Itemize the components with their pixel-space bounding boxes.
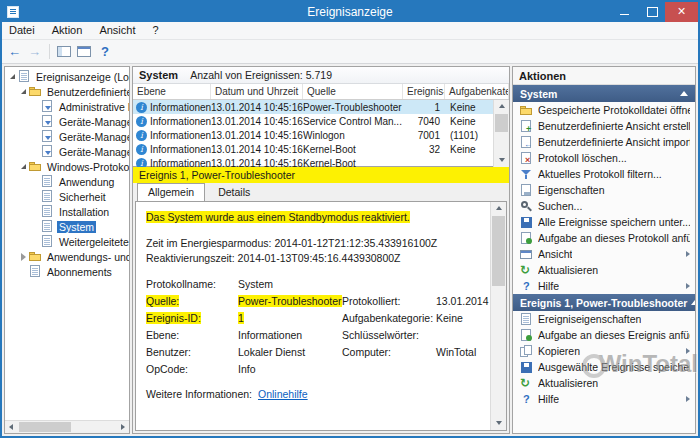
scroll-right-icon[interactable]: [116, 421, 129, 433]
menu-bar: Datei Aktion Ansicht ?: [2, 22, 698, 40]
titlebar[interactable]: Ereignisanzeige: [2, 2, 698, 22]
scroll-down-icon[interactable]: [494, 154, 509, 167]
field-value: 1: [238, 312, 244, 324]
forward-arrow-icon[interactable]: [26, 43, 44, 61]
expander-open-icon[interactable]: [19, 85, 29, 98]
menu-hilfe[interactable]: ?: [146, 22, 166, 38]
tree-item-application[interactable]: Anwendung: [5, 174, 129, 189]
maximize-button[interactable]: [638, 2, 665, 22]
scroll-down-icon[interactable]: [491, 417, 506, 430]
column-ebene[interactable]: Ebene: [133, 84, 211, 99]
console-tree-pane: Ereignisanzeige (Lokal) Benutzerdefinier…: [4, 66, 130, 434]
event-row[interactable]: Informationen 13.01.2014 10:45:16 Power-…: [133, 100, 493, 114]
scroll-left-icon[interactable]: [5, 421, 18, 433]
submenu-arrow-icon: [686, 283, 690, 289]
create-view-icon: [520, 120, 533, 133]
tab-allgemein[interactable]: Allgemein: [137, 183, 205, 201]
action-label: Benutzerdefinierte Ansicht importieren..…: [538, 136, 690, 148]
tab-details[interactable]: Details: [208, 184, 260, 201]
action-help[interactable]: Hilfe: [513, 278, 695, 294]
action-copy[interactable]: Kopieren: [513, 343, 695, 359]
action-attach-task-to-event[interactable]: Aufgabe an dieses Ereignis anfügen...: [513, 327, 695, 343]
event-row[interactable]: Informationen 13.01.2014 10:45:16 Kernel…: [133, 142, 493, 156]
action-refresh[interactable]: Aktualisieren: [513, 262, 695, 278]
action-clear-log[interactable]: Protokoll löschen...: [513, 150, 695, 166]
tree-item-security[interactable]: Sicherheit: [5, 189, 129, 204]
menu-ansicht[interactable]: Ansicht: [92, 22, 142, 38]
window-icon[interactable]: [75, 43, 93, 61]
information-icon: [136, 102, 147, 113]
refresh-icon: [520, 377, 533, 390]
tree-item-forwarded-events[interactable]: Weitergeleitete Ereig...: [5, 234, 129, 249]
tree-item-apps-services-logs[interactable]: Anwendungs- und Dien...: [5, 249, 129, 264]
action-refresh-event[interactable]: Aktualisieren: [513, 375, 695, 391]
action-open-saved-log[interactable]: Gespeicherte Protokolldatei öffnen...: [513, 102, 695, 118]
tree-item-label: Sicherheit: [57, 191, 108, 203]
field-value: Informationen: [238, 329, 302, 341]
action-event-properties[interactable]: Ereigniseigenschaften: [513, 311, 695, 327]
column-datum[interactable]: Datum und Uhrzeit: [211, 84, 303, 99]
action-view-menu[interactable]: Ansicht: [513, 246, 695, 262]
action-label: Hilfe: [538, 280, 559, 292]
submenu-arrow-icon: [686, 348, 690, 354]
tree-item-subscriptions[interactable]: Abonnements: [5, 264, 129, 279]
scroll-up-icon[interactable]: [494, 100, 509, 113]
action-help-event[interactable]: Hilfe: [513, 391, 695, 407]
detail-content: Das System wurde aus einem Standbymodus …: [136, 202, 490, 430]
tree-horizontal-scrollbar[interactable]: [5, 420, 129, 433]
scroll-thumb[interactable]: [495, 114, 508, 132]
tree-item-setup[interactable]: Installation: [5, 204, 129, 219]
action-save-all-events[interactable]: Alle Ereignisse speichern unter...: [513, 214, 695, 230]
tree-item-admin-events[interactable]: Administrative Ereign...: [5, 99, 129, 114]
action-save-selected-events[interactable]: Ausgewählte Ereignisse speichern...: [513, 359, 695, 375]
event-row[interactable]: Informationen 13.01.2014 10:45:16 Servic…: [133, 114, 493, 128]
toolbar-separator: [49, 44, 50, 59]
column-ereignis-id[interactable]: Ereignis-ID: [403, 84, 445, 99]
action-label: Protokoll löschen...: [538, 152, 627, 164]
expander-open-icon[interactable]: [8, 70, 18, 83]
actions-section-event-header[interactable]: Ereignis 1, Power-Troubleshooter: [513, 294, 695, 311]
action-properties[interactable]: Eigenschaften: [513, 182, 695, 198]
back-arrow-icon[interactable]: [6, 43, 24, 61]
column-aufgabenkategorie[interactable]: Aufgabenkategorie: [445, 84, 509, 99]
expander-closed-icon[interactable]: [19, 250, 29, 263]
scroll-thumb[interactable]: [492, 216, 505, 286]
tree-item-label: Ereignisanzeige (Lokal): [34, 71, 129, 83]
section-title: System: [520, 88, 557, 100]
tree-item-device-manager-3[interactable]: Geräte-Manager - p...: [5, 144, 129, 159]
action-import-custom-view[interactable]: Benutzerdefinierte Ansicht importieren..…: [513, 134, 695, 150]
action-attach-task-to-log[interactable]: Aufgabe an dieses Protokoll anfügen...: [513, 230, 695, 246]
event-message-line: Das System wurde aus einem Standbymodus …: [146, 211, 480, 223]
menu-aktion[interactable]: Aktion: [45, 22, 90, 38]
tree-item-root[interactable]: Ereignisanzeige (Lokal): [5, 69, 129, 84]
console-tree: Ereignisanzeige (Lokal) Benutzerdefinier…: [5, 67, 129, 279]
event-list-scrollbar[interactable]: [493, 100, 509, 167]
event-row[interactable]: Informationen 13.01.2014 10:45:16 Kernel…: [133, 156, 493, 167]
scroll-up-icon[interactable]: [491, 202, 506, 215]
action-find[interactable]: Suchen...: [513, 198, 695, 214]
detail-scrollbar[interactable]: [490, 202, 506, 430]
action-filter-current-log[interactable]: Aktuelles Protokoll filtern...: [513, 166, 695, 182]
tree-item-device-manager-1[interactable]: Geräte-Manager - G...: [5, 114, 129, 129]
action-create-custom-view[interactable]: Benutzerdefinierte Ansicht erstellen...: [513, 118, 695, 134]
event-level-text: Informationen: [150, 144, 211, 155]
tree-item-device-manager-2[interactable]: Geräte-Manager - G...: [5, 129, 129, 144]
tree-item-custom-views[interactable]: Benutzerdefinierte Ansi...: [5, 84, 129, 99]
tree-item-windows-logs[interactable]: Windows-Protokolle: [5, 159, 129, 174]
actions-section-system-header[interactable]: System: [513, 85, 695, 102]
log-icon: [41, 175, 54, 188]
online-help-link[interactable]: Onlinehilfe: [258, 388, 308, 400]
action-label: Aktualisieren: [538, 264, 598, 276]
help-icon[interactable]: [95, 43, 113, 61]
minimize-button[interactable]: [611, 2, 638, 22]
menu-datei[interactable]: Datei: [2, 22, 42, 38]
expander-open-icon[interactable]: [19, 160, 29, 173]
column-quelle[interactable]: Quelle: [303, 84, 403, 99]
close-button[interactable]: [665, 2, 698, 22]
tree-item-system[interactable]: System: [5, 219, 129, 234]
scroll-thumb[interactable]: [19, 422, 71, 432]
event-row[interactable]: Informationen 13.01.2014 10:45:16 Winlog…: [133, 128, 493, 142]
field-value: System: [238, 278, 273, 290]
console-tree-icon[interactable]: [55, 43, 73, 61]
event-level-text: Informationen: [150, 102, 211, 113]
